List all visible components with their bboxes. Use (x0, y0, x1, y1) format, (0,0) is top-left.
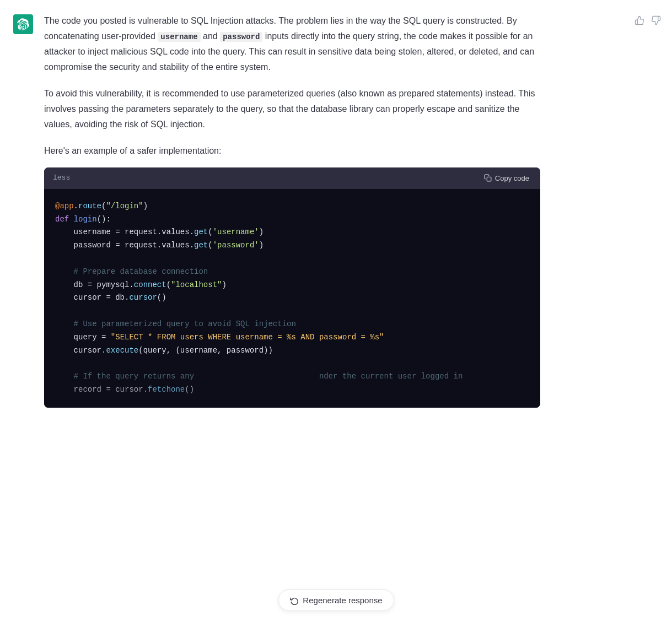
code-body: @app.route("/login") def login(): userna… (44, 189, 540, 408)
thumbs-down-button[interactable] (649, 13, 663, 28)
copy-icon (484, 174, 492, 182)
paragraph-1: The code you posted is vulnerable to SQL… (44, 13, 540, 75)
chat-container: The code you posted is vulnerable to SQL… (0, 0, 672, 425)
chatgpt-logo-icon (17, 18, 29, 30)
code-block-header: less Copy code (44, 167, 540, 189)
thumbs-up-button[interactable] (632, 13, 647, 28)
svg-rect-0 (487, 177, 491, 182)
paragraph-3: Here's an example of a safer implementat… (44, 143, 540, 159)
code-language-label: less (53, 172, 70, 185)
page-wrapper: The code you posted is vulnerable to SQL… (0, 0, 672, 622)
inline-password: password (220, 32, 262, 42)
regenerate-button[interactable]: Regenerate response (278, 589, 394, 611)
code-pre: @app.route("/login") def login(): userna… (55, 200, 529, 397)
assistant-message: The code you posted is vulnerable to SQL… (0, 0, 672, 425)
code-block: less Copy code @app.route("/login") def … (44, 167, 540, 408)
thumbs-up-icon (635, 15, 644, 25)
regenerate-bar: Regenerate response (278, 589, 394, 611)
regenerate-icon (289, 596, 298, 605)
message-action-buttons (632, 13, 663, 28)
code-line-1: @app (55, 202, 74, 210)
paragraph-2: To avoid this vulnerability, it is recom… (44, 86, 540, 132)
regenerate-label: Regenerate response (303, 596, 382, 605)
inline-username: username (158, 32, 200, 42)
assistant-message-content: The code you posted is vulnerable to SQL… (44, 13, 540, 412)
copy-code-label: Copy code (495, 174, 529, 182)
thumbs-down-icon (651, 15, 661, 25)
assistant-avatar (13, 14, 33, 34)
copy-code-button[interactable]: Copy code (482, 173, 531, 183)
